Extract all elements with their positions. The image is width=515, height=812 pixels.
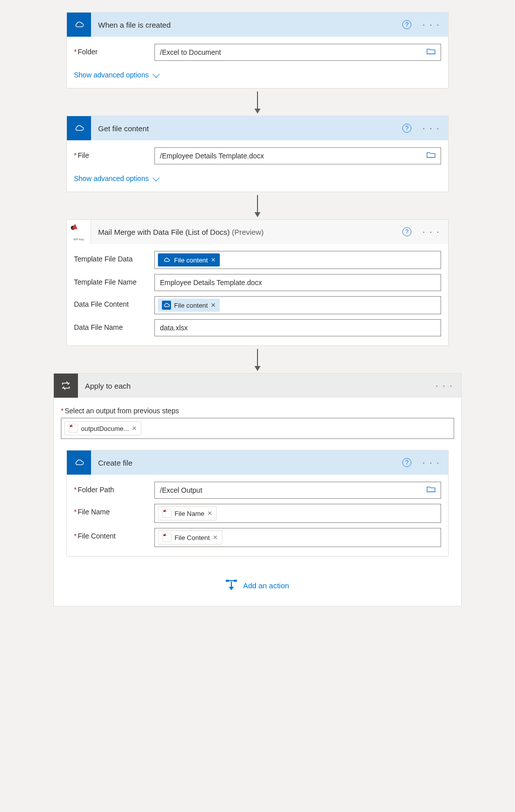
more-icon[interactable]: · · · bbox=[420, 18, 442, 32]
folder-picker-icon[interactable] bbox=[424, 48, 438, 57]
onedrive-icon bbox=[67, 116, 91, 140]
flow-arrow-icon bbox=[257, 92, 258, 113]
remove-token-icon[interactable]: ✕ bbox=[211, 256, 216, 263]
label-select-output: *Select an output from previous steps bbox=[61, 407, 454, 415]
step-create-file[interactable]: Create file ? · · · *Folder Path /Excel … bbox=[66, 450, 449, 557]
card-header[interactable]: Apply to each · · · bbox=[54, 374, 461, 398]
card-header[interactable]: API Key Mail Merge with Data File (List … bbox=[67, 220, 448, 244]
folder-picker-icon[interactable] bbox=[424, 151, 438, 160]
input-template-file-data[interactable]: File content ✕ bbox=[154, 251, 441, 269]
chevron-down-icon bbox=[152, 174, 159, 182]
more-icon[interactable]: · · · bbox=[434, 379, 455, 393]
token-file-content[interactable]: File Content ✕ bbox=[158, 530, 222, 545]
input-data-file-content[interactable]: File content ✕ bbox=[154, 296, 441, 314]
step-when-file-created[interactable]: When a file is created ? · · · *Folder /… bbox=[66, 12, 449, 88]
apikey-icon: API Key bbox=[67, 220, 91, 244]
card-title: Get file content bbox=[91, 124, 402, 133]
remove-token-icon[interactable]: ✕ bbox=[213, 534, 218, 541]
step-mail-merge[interactable]: API Key Mail Merge with Data File (List … bbox=[66, 219, 449, 346]
step-apply-to-each[interactable]: Apply to each · · · *Select an output fr… bbox=[53, 373, 462, 606]
onedrive-icon bbox=[67, 13, 91, 37]
apikey-icon bbox=[162, 509, 171, 518]
card-title: When a file is created bbox=[91, 21, 402, 29]
input-folder-path[interactable]: /Excel Output bbox=[154, 482, 441, 499]
input-file-name[interactable]: File Name ✕ bbox=[154, 504, 441, 523]
token-file-name[interactable]: File Name ✕ bbox=[158, 506, 217, 520]
input-file[interactable]: /Employee Details Template.docx bbox=[154, 147, 441, 164]
token-file-content[interactable]: File content ✕ bbox=[158, 253, 220, 266]
input-select-output[interactable]: outputDocume... ✕ bbox=[61, 418, 454, 439]
token-file-content[interactable]: File content ✕ bbox=[158, 299, 220, 312]
insert-step-icon bbox=[226, 580, 237, 591]
label-file: *File bbox=[74, 147, 154, 159]
token-output-documents[interactable]: outputDocume... ✕ bbox=[64, 421, 141, 435]
card-header[interactable]: Get file content ? · · · bbox=[67, 116, 448, 140]
remove-token-icon[interactable]: ✕ bbox=[211, 302, 216, 309]
input-file-content[interactable]: File Content ✕ bbox=[154, 528, 441, 547]
label-folder: *Folder bbox=[74, 44, 154, 56]
help-icon[interactable]: ? bbox=[402, 458, 411, 467]
help-icon[interactable]: ? bbox=[402, 20, 411, 29]
more-icon[interactable]: · · · bbox=[420, 456, 442, 470]
input-data-file-name[interactable]: data.xlsx bbox=[154, 319, 441, 336]
card-header[interactable]: Create file ? · · · bbox=[67, 450, 448, 475]
more-icon[interactable]: · · · bbox=[420, 225, 442, 239]
card-header[interactable]: When a file is created ? · · · bbox=[67, 13, 448, 37]
chevron-down-icon bbox=[152, 71, 159, 78]
onedrive-icon bbox=[162, 255, 171, 264]
help-icon[interactable]: ? bbox=[402, 227, 411, 236]
label-file-name: *File Name bbox=[74, 504, 154, 516]
add-action-button[interactable]: Add an action bbox=[61, 580, 454, 591]
help-icon[interactable]: ? bbox=[402, 124, 411, 133]
onedrive-icon bbox=[67, 450, 91, 475]
label-file-content: *File Content bbox=[74, 528, 154, 540]
apikey-icon bbox=[69, 424, 78, 433]
flow-arrow-icon bbox=[257, 195, 258, 216]
show-advanced-link[interactable]: Show advanced options bbox=[74, 71, 158, 79]
apikey-icon bbox=[162, 533, 171, 542]
flow-arrow-icon bbox=[257, 349, 258, 370]
card-title: Mail Merge with Data File (List of Docs)… bbox=[91, 228, 402, 236]
label-template-file-name: Template File Name bbox=[74, 274, 154, 286]
more-icon[interactable]: · · · bbox=[420, 121, 442, 136]
input-folder[interactable]: /Excel to Document bbox=[154, 44, 441, 61]
card-title: Apply to each bbox=[78, 382, 434, 390]
label-data-file-content: Data File Content bbox=[74, 296, 154, 308]
show-advanced-link[interactable]: Show advanced options bbox=[74, 174, 158, 183]
onedrive-icon bbox=[162, 301, 171, 310]
label-folder-path: *Folder Path bbox=[74, 482, 154, 494]
folder-picker-icon[interactable] bbox=[424, 486, 438, 495]
loop-icon bbox=[54, 374, 78, 398]
input-template-file-name[interactable]: Employee Details Template.docx bbox=[154, 274, 441, 291]
step-get-file-content[interactable]: Get file content ? · · · *File /Employee… bbox=[66, 116, 449, 192]
label-template-file-data: Template File Data bbox=[74, 251, 154, 263]
preview-tag: (Preview) bbox=[232, 228, 264, 236]
remove-token-icon[interactable]: ✕ bbox=[207, 510, 212, 517]
card-title: Create file bbox=[91, 459, 402, 467]
remove-token-icon[interactable]: ✕ bbox=[132, 425, 137, 432]
label-data-file-name: Data File Name bbox=[74, 319, 154, 331]
